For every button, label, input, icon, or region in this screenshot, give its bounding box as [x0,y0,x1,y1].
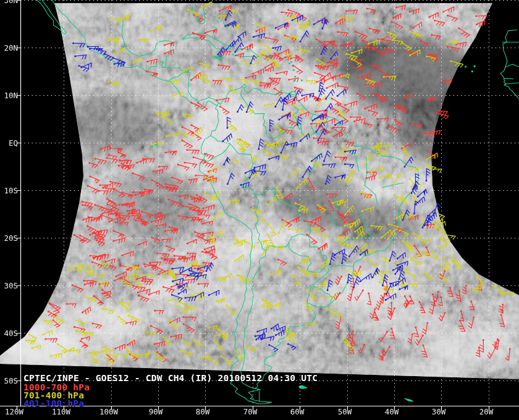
island-dot [151,146,153,148]
island-dot [293,69,295,71]
island-dot [301,80,303,82]
island-dot [290,61,292,63]
border-gambia [504,78,513,79]
island-dot [280,90,282,91]
coast-bahamas-1 [214,17,216,17]
island-dot [465,65,466,67]
island-dot [474,65,476,67]
island-dot [294,75,296,77]
satellite-wind-map: CPTEC/INPE - GOES12 - CDW CH4 (IR) 20100… [0,0,519,420]
island-dot [289,62,290,64]
island-dot [471,70,473,72]
map-canvas [0,0,519,420]
